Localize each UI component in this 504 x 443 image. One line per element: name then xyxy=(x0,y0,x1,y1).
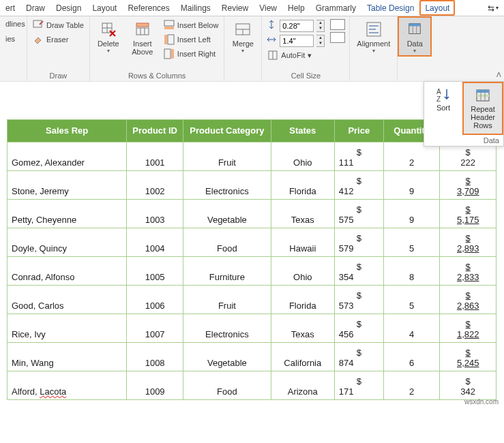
table-header-cell[interactable]: Product ID xyxy=(127,120,183,142)
tab-insert[interactable]: ert xyxy=(0,0,20,16)
table-cell[interactable]: Texas xyxy=(271,314,334,342)
alignment-button[interactable]: Alignment ▾ xyxy=(354,19,393,55)
properties-button[interactable]: ies xyxy=(4,34,16,44)
table-cell[interactable]: Hawaii xyxy=(271,228,334,256)
table-cell[interactable]: $573 xyxy=(334,285,383,314)
distribute-columns-button[interactable] xyxy=(330,32,345,43)
table-cell[interactable]: Texas xyxy=(271,199,334,228)
table-cell[interactable]: $874 xyxy=(334,342,383,371)
table-header-cell[interactable]: States xyxy=(271,120,334,142)
table-cell[interactable]: Rice, Ivy xyxy=(8,314,127,342)
table-cell[interactable]: Electronics xyxy=(183,170,271,199)
insert-right-button[interactable]: Insert Right xyxy=(162,48,220,60)
table-cell[interactable]: 2 xyxy=(383,371,440,399)
delete-button[interactable]: Delete ▾ xyxy=(94,19,123,55)
table-cell[interactable]: $575 xyxy=(334,199,383,228)
table-cell[interactable]: Vegetable xyxy=(183,199,271,228)
table-cell[interactable]: $354 xyxy=(334,256,383,285)
table-cell[interactable]: Min, Wang xyxy=(8,342,127,371)
table-cell[interactable]: Conrad, Alfonso xyxy=(8,256,127,285)
tab-table-layout[interactable]: Layout xyxy=(419,0,455,16)
sort-button[interactable]: AZ Sort xyxy=(424,82,462,135)
table-cell[interactable]: Alford, Lacota xyxy=(8,371,127,399)
table-cell[interactable]: 1001 xyxy=(127,142,183,170)
table-cell[interactable]: 8 xyxy=(383,256,440,285)
eraser-button[interactable]: Eraser xyxy=(31,33,85,46)
table-cell[interactable]: $5,175 xyxy=(440,199,496,228)
table-cell[interactable]: Florida xyxy=(271,170,334,199)
table-cell[interactable]: 1004 xyxy=(127,228,183,256)
view-gridlines-button[interactable]: dlines xyxy=(4,19,27,29)
width-input[interactable] xyxy=(280,35,314,47)
table-cell[interactable]: Food xyxy=(183,371,271,399)
table-cell[interactable]: $2,893 xyxy=(440,228,496,256)
table-cell[interactable]: Furniture xyxy=(183,256,271,285)
table-cell[interactable]: Food xyxy=(183,228,271,256)
table-cell[interactable]: $3,709 xyxy=(440,170,496,199)
insert-below-button[interactable]: Insert Below xyxy=(162,19,220,31)
distribute-rows-button[interactable] xyxy=(330,19,345,30)
table-cell[interactable]: Good, Carlos xyxy=(8,285,127,314)
table-cell[interactable]: 1006 xyxy=(127,285,183,314)
height-input[interactable] xyxy=(280,20,314,32)
table-cell[interactable]: $5,245 xyxy=(440,342,496,371)
tab-review[interactable]: Review xyxy=(216,0,254,16)
autofit-button[interactable]: AutoFit ▾ xyxy=(266,49,325,61)
tab-references[interactable]: References xyxy=(122,0,175,16)
table-header-cell[interactable]: Sales Rep xyxy=(8,120,127,142)
merge-button[interactable]: Merge ▾ xyxy=(228,19,257,55)
tab-table-design[interactable]: Table Design xyxy=(361,0,419,16)
table-cell[interactable]: $2,833 xyxy=(440,256,496,285)
table-cell[interactable]: $171 xyxy=(334,371,383,399)
tab-draw[interactable]: Draw xyxy=(20,0,50,16)
table-cell[interactable]: Vegetable xyxy=(183,342,271,371)
table-cell[interactable]: Stone, Jeremy xyxy=(8,170,127,199)
table-cell[interactable]: 1005 xyxy=(127,256,183,285)
row-height-control[interactable]: ▲▼ xyxy=(266,19,325,32)
table-cell[interactable]: 1009 xyxy=(127,371,183,399)
table-cell[interactable]: 6 xyxy=(383,342,440,371)
table-cell[interactable]: Ohio xyxy=(271,142,334,170)
table-cell[interactable]: 1003 xyxy=(127,199,183,228)
table-cell[interactable]: $2,863 xyxy=(440,285,496,314)
table-cell[interactable]: Arizona xyxy=(271,371,334,399)
table-header-cell[interactable]: Product Category xyxy=(183,120,271,142)
data-button[interactable]: Data ▾ xyxy=(398,16,432,57)
table-cell[interactable]: Ohio xyxy=(271,256,334,285)
tabs-overflow-button[interactable]: ⇆▾ xyxy=(482,0,504,16)
table-cell[interactable]: Petty, Cheyenne xyxy=(8,199,127,228)
table-cell[interactable]: 1002 xyxy=(127,170,183,199)
collapse-ribbon-button[interactable]: ᐱ xyxy=(496,71,501,78)
table-cell[interactable]: Fruit xyxy=(183,285,271,314)
table-cell[interactable]: 5 xyxy=(383,228,440,256)
table-cell[interactable]: Florida xyxy=(271,285,334,314)
tab-layout[interactable]: Layout xyxy=(87,0,122,16)
table-header-cell[interactable]: Price xyxy=(334,120,383,142)
draw-table-button[interactable]: Draw Table xyxy=(31,19,85,31)
tab-design[interactable]: Design xyxy=(50,0,87,16)
table-cell[interactable]: 5 xyxy=(383,285,440,314)
tab-help[interactable]: Help xyxy=(282,0,310,16)
table-cell[interactable]: Doyle, Quincy xyxy=(8,228,127,256)
table-cell[interactable]: 9 xyxy=(383,199,440,228)
table-cell[interactable]: $579 xyxy=(334,228,383,256)
table-cell[interactable]: 1007 xyxy=(127,314,183,342)
table-cell[interactable]: 1008 xyxy=(127,342,183,371)
table-cell[interactable]: 4 xyxy=(383,314,440,342)
width-spinners[interactable]: ▲▼ xyxy=(316,35,325,47)
table-cell[interactable]: $342 xyxy=(440,371,496,399)
tab-mailings[interactable]: Mailings xyxy=(175,0,216,16)
table-cell[interactable]: $412 xyxy=(334,170,383,199)
tab-view[interactable]: View xyxy=(254,0,282,16)
tab-grammarly[interactable]: Grammarly xyxy=(310,0,361,16)
table-cell[interactable]: 9 xyxy=(383,170,440,199)
table-cell[interactable]: $1,822 xyxy=(440,314,496,342)
insert-left-button[interactable]: Insert Left xyxy=(162,33,220,46)
table-cell[interactable]: $111 xyxy=(334,142,383,170)
table-cell[interactable]: Electronics xyxy=(183,314,271,342)
insert-above-button[interactable]: Insert Above xyxy=(128,19,157,57)
table-cell[interactable]: Gomez, Alexander xyxy=(8,142,127,170)
repeat-header-rows-button[interactable]: Repeat Header Rows xyxy=(462,82,503,135)
table-cell[interactable]: Fruit xyxy=(183,142,271,170)
column-width-control[interactable]: ▲▼ xyxy=(266,34,325,47)
